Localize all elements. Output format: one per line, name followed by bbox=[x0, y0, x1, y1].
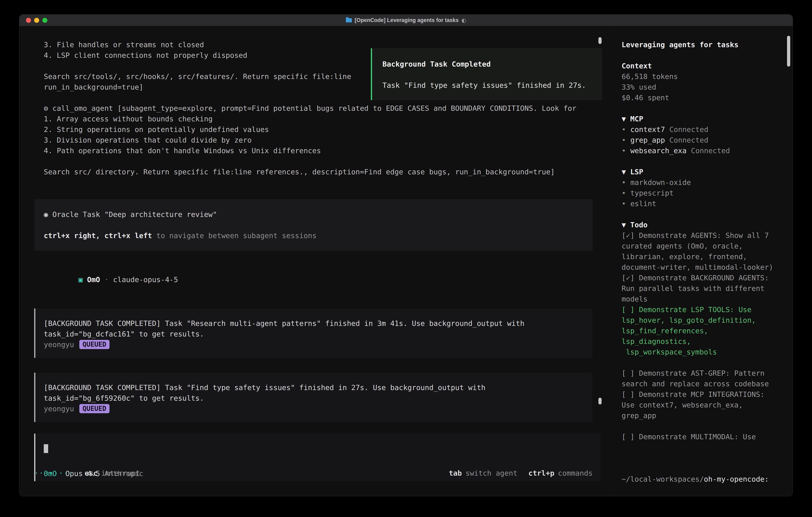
bullet-icon: • bbox=[621, 146, 626, 155]
message-line: [BACKGROUND TASK COMPLETED] Task "Find t… bbox=[44, 382, 585, 393]
todo-section-header[interactable]: ▼ Todo bbox=[621, 219, 780, 230]
terminal-window: [OpenCode] Leveraging agents for tasks ◐… bbox=[19, 15, 793, 496]
chat-main: 3. File handles or streams not closed 4.… bbox=[19, 26, 614, 496]
agent-header: ▣ OmO · claude-opus-4-5 bbox=[34, 264, 592, 296]
terminal-line: Search src/ directory. Return specific f… bbox=[34, 166, 592, 177]
esc-key-label: interrupt bbox=[101, 468, 140, 479]
context-used: 33% used bbox=[621, 82, 780, 92]
esc-key-hint: esc bbox=[85, 468, 97, 479]
agent-name: OmO bbox=[83, 275, 100, 284]
message-author: yeongyu bbox=[44, 341, 74, 349]
message-line: task_id="bg_dcfac161" to get results. bbox=[44, 329, 585, 339]
toast-title: Background Task Completed bbox=[382, 59, 602, 70]
message-meta: yeongyuQUEUED bbox=[44, 404, 585, 414]
tool-call-line: ⚙ call_omo_agent [subagent_type=explore,… bbox=[34, 103, 592, 113]
todo-item: [✓] Demonstrate AGENTS: Show all 7 curat… bbox=[621, 230, 780, 272]
messages-scrollbar-thumb[interactable] bbox=[599, 398, 602, 404]
message-author: yeongyu bbox=[44, 405, 74, 413]
context-heading: Context bbox=[621, 61, 780, 71]
background-task-toast[interactable]: Background Task Completed Task "Find typ… bbox=[371, 48, 602, 100]
titlebar[interactable]: [OpenCode] Leveraging agents for tasks ◐ bbox=[19, 15, 793, 26]
tab-key-label: switch agent bbox=[465, 468, 517, 479]
half-circle-icon: ◐ bbox=[462, 17, 466, 23]
context-tokens: 66,518 tokens bbox=[621, 71, 780, 82]
message-meta: yeongyuQUEUED bbox=[44, 339, 585, 350]
window-content: 3. File handles or streams not closed 4.… bbox=[19, 26, 793, 496]
close-button[interactable] bbox=[26, 18, 31, 23]
chat-message[interactable]: [BACKGROUND TASK COMPLETED] Task "Find t… bbox=[34, 373, 592, 422]
ctrlp-key-hint: ctrl+p bbox=[528, 468, 554, 479]
mcp-item: •grep_appConnected bbox=[621, 135, 780, 145]
message-line: task_id="bg_6f59260c" to get results. bbox=[44, 393, 585, 404]
agent-square-icon: ▣ bbox=[78, 275, 83, 284]
terminal-line: 4. Path operations that don't handle Win… bbox=[34, 145, 592, 156]
terminal-line: 1. Array access without bounds checking bbox=[34, 113, 592, 124]
tab-key-hint: tab bbox=[449, 468, 462, 479]
terminal-line bbox=[34, 156, 592, 166]
oracle-task-box[interactable]: ◉ Oracle Task "Deep architecture review"… bbox=[34, 199, 592, 251]
mcp-section: ▼ MCP •context7Connected •grep_appConnec… bbox=[621, 113, 780, 156]
todo-item: [ ] Demonstrate MULTIMODAL: Use bbox=[621, 431, 780, 442]
bullet-icon: • bbox=[621, 189, 626, 197]
message-line: [BACKGROUND TASK COMPLETED] Task "Resear… bbox=[44, 318, 585, 329]
status-badge: QUEUED bbox=[79, 340, 110, 349]
agent-model: claude-opus-4-5 bbox=[113, 275, 178, 284]
chat-message[interactable]: [BACKGROUND TASK COMPLETED] Task "Resear… bbox=[34, 308, 592, 358]
mcp-item: •websearch_exaConnected bbox=[621, 145, 780, 156]
text-cursor bbox=[44, 444, 48, 453]
spinner-dots-icon: ········ bbox=[34, 468, 74, 479]
oracle-task-title: ◉ Oracle Task "Deep architecture review" bbox=[44, 209, 585, 220]
input-cursor-line bbox=[44, 444, 592, 454]
traffic-lights bbox=[19, 18, 47, 23]
subagent-nav-hint: ctrl+x right, ctrl+x left to navigate be… bbox=[44, 230, 585, 241]
todo-section: ▼ Todo [✓] Demonstrate AGENTS: Show all … bbox=[621, 219, 780, 442]
bullet-icon: • bbox=[621, 178, 626, 187]
lsp-section-header[interactable]: ▼ LSP bbox=[621, 166, 780, 177]
record-icon: ◉ bbox=[44, 210, 48, 219]
context-section: Context 66,518 tokens 33% used $0.46 spe… bbox=[621, 61, 780, 103]
sidebar: Leveraging agents for tasks Context 66,5… bbox=[614, 26, 793, 496]
sidebar-scrollbar-thumb[interactable] bbox=[787, 36, 790, 66]
terminal-line: 2. String operations on potentially unde… bbox=[34, 124, 592, 135]
todo-item: [ ] Demonstrate LSP TOOLS: Use lsp_hover… bbox=[621, 304, 780, 357]
folder-icon bbox=[346, 18, 352, 22]
session-title: Leveraging agents for tasks bbox=[621, 39, 780, 50]
bullet-icon: • bbox=[621, 136, 626, 144]
toast-body: Task "Find type safety issues" finished … bbox=[382, 80, 602, 90]
ctrlp-key-label: commands bbox=[558, 468, 592, 479]
todo-item: [ ] Demonstrate AST-GREP: Pattern search… bbox=[621, 368, 780, 389]
main-scrollbar-thumb[interactable] bbox=[599, 37, 602, 44]
lsp-item: •eslint bbox=[621, 198, 780, 209]
status-bar: ········ esc interrupt tab switch agent … bbox=[34, 468, 592, 479]
todo-item: [✓] Demonstrate BACKGROUND AGENTS: Run p… bbox=[621, 272, 780, 304]
bullet-icon: • bbox=[621, 199, 626, 208]
lsp-item: •typescript bbox=[621, 188, 780, 198]
bullet-icon: • bbox=[621, 125, 626, 134]
todo-item: [ ] Demonstrate MCP INTEGRATIONS: Use co… bbox=[621, 389, 780, 421]
lsp-section: ▼ LSP •markdown-oxide •typescript •eslin… bbox=[621, 166, 780, 209]
context-spent: $0.46 spent bbox=[621, 92, 780, 103]
terminal-line: 3. Division operations that could divide… bbox=[34, 135, 592, 145]
lsp-item: •markdown-oxide bbox=[621, 177, 780, 188]
mcp-section-header[interactable]: ▼ MCP bbox=[621, 113, 780, 124]
status-badge: QUEUED bbox=[79, 404, 110, 413]
mcp-item: •context7Connected bbox=[621, 124, 780, 135]
window-title: [OpenCode] Leveraging agents for tasks ◐ bbox=[19, 15, 793, 26]
minimize-button[interactable] bbox=[34, 18, 39, 23]
zoom-button[interactable] bbox=[42, 18, 47, 23]
window-title-text: [OpenCode] Leveraging agents for tasks bbox=[355, 17, 459, 23]
workspace-path: ~/local-workspaces/oh-my-opencode: maste… bbox=[621, 453, 780, 496]
